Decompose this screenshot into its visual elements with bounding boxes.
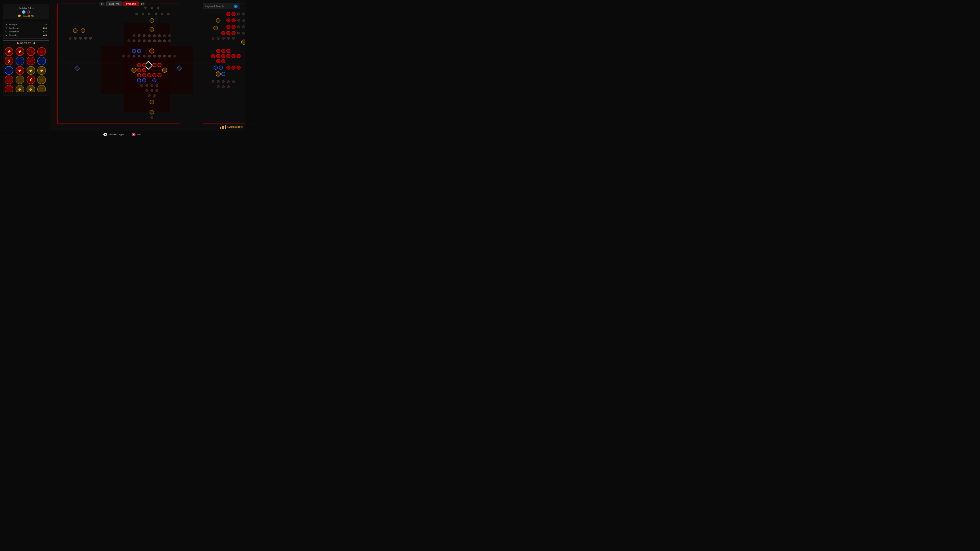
dexterity-value: 445 xyxy=(43,34,47,37)
svg-point-48 xyxy=(169,55,171,57)
svg-point-9 xyxy=(151,6,153,9)
glyph-item-15[interactable]: ᚢ xyxy=(37,76,46,84)
r2-button[interactable]: R2 xyxy=(140,2,145,6)
dexterity-label: ❧ Dexterity xyxy=(5,34,18,37)
glyph-item-10[interactable]: ⚡ xyxy=(27,66,35,75)
svg-point-118 xyxy=(222,86,224,88)
svg-point-17 xyxy=(150,18,154,22)
svg-point-99 xyxy=(221,54,225,58)
svg-point-79 xyxy=(150,110,154,114)
svg-point-78 xyxy=(150,100,154,104)
glyph-item-2[interactable]: ᚱ xyxy=(27,47,35,56)
svg-point-140 xyxy=(242,32,245,35)
svg-point-128 xyxy=(237,19,240,22)
svg-point-129 xyxy=(242,19,245,22)
svg-point-21 xyxy=(143,35,145,37)
svg-point-132 xyxy=(237,25,240,28)
svg-point-33 xyxy=(158,40,161,42)
back-btn-icon: ● xyxy=(132,133,135,136)
svg-point-13 xyxy=(148,13,150,15)
svg-point-76 xyxy=(148,94,151,97)
glyph-item-7[interactable]: ᚺ xyxy=(37,57,46,65)
stat-row-strength: ⚔ Strength 322 xyxy=(5,23,47,26)
svg-point-23 xyxy=(153,35,156,37)
svg-point-31 xyxy=(148,40,151,42)
scroll-indicator: ▼ xyxy=(3,92,49,95)
svg-point-137 xyxy=(227,32,230,35)
glyph-item-1[interactable]: ⚡ xyxy=(16,47,24,56)
svg-point-72 xyxy=(156,84,158,87)
paragon-tab[interactable]: Paragon xyxy=(123,2,138,6)
svg-point-66 xyxy=(137,79,141,82)
svg-point-120 xyxy=(216,18,220,22)
svg-point-38 xyxy=(137,49,141,53)
glyph-item-12[interactable]: ᚱ xyxy=(5,76,13,84)
top-navigation: L2 Skill Tree Paragon R2 xyxy=(100,2,145,6)
svg-point-101 xyxy=(232,54,235,58)
svg-point-26 xyxy=(169,35,171,37)
svg-point-143 xyxy=(242,40,245,44)
glyph-item-3[interactable]: ᚢ xyxy=(37,47,46,56)
glyph-item-14[interactable]: ⚡ xyxy=(27,76,35,84)
glyph-item-8[interactable]: ᚺ xyxy=(5,66,13,75)
skill-tree-tab[interactable]: Skill Tree xyxy=(106,2,122,6)
svg-point-28 xyxy=(133,40,135,42)
gold-coin-icon xyxy=(18,14,21,17)
svg-point-36 xyxy=(150,49,154,53)
svg-point-49 xyxy=(173,55,176,57)
glyph-item-11[interactable]: ⚡ xyxy=(37,66,46,75)
svg-point-80 xyxy=(151,116,153,119)
keyword-search-input[interactable] xyxy=(205,5,233,8)
svg-point-82 xyxy=(81,29,85,33)
svg-point-127 xyxy=(232,19,235,22)
svg-point-35 xyxy=(169,40,171,42)
glyph-item-13[interactable]: ᚢ xyxy=(16,76,24,84)
svg-point-47 xyxy=(163,55,166,57)
back-label: Back xyxy=(137,133,142,136)
svg-point-53 xyxy=(137,63,141,67)
points-icons xyxy=(6,11,46,14)
svg-point-83 xyxy=(69,37,72,40)
glyph-item-9[interactable]: ⚡ xyxy=(16,66,24,75)
svg-point-133 xyxy=(242,25,245,28)
svg-point-71 xyxy=(151,84,153,87)
available-points-title: Available Points xyxy=(6,7,46,10)
svg-point-102 xyxy=(237,54,240,58)
svg-point-139 xyxy=(237,32,240,35)
back-action[interactable]: ● Back xyxy=(132,133,142,136)
glyph-item-4[interactable]: ⚡ xyxy=(5,57,13,65)
svg-point-75 xyxy=(156,89,158,92)
glyph-item-17[interactable]: ⚡ xyxy=(16,85,24,92)
scroll-down-arrow: ▼ xyxy=(25,92,27,95)
glyph-item-5[interactable]: ᚺ xyxy=(16,57,24,65)
gg-bars-icon xyxy=(220,125,226,129)
svg-point-100 xyxy=(227,54,230,58)
svg-point-24 xyxy=(158,35,161,37)
svg-point-77 xyxy=(153,94,156,97)
glyph-item-0[interactable]: ⚡ xyxy=(5,47,13,56)
glyph-item-16[interactable]: ᚱ xyxy=(5,85,13,92)
svg-point-110 xyxy=(232,66,235,69)
svg-point-14 xyxy=(155,13,157,15)
svg-point-89 xyxy=(212,37,215,40)
svg-point-126 xyxy=(227,19,230,22)
available-points-panel: Available Points | 156,511,928 xyxy=(3,5,49,19)
diamond-deco-left xyxy=(17,42,19,44)
svg-point-121 xyxy=(227,12,230,16)
svg-point-108 xyxy=(221,72,225,76)
glyph-item-19[interactable]: ᚱ xyxy=(37,85,46,92)
svg-point-63 xyxy=(148,73,151,77)
glyph-item-6[interactable]: ᚢ xyxy=(27,57,35,65)
svg-point-43 xyxy=(143,55,145,57)
switch-glyphs-action[interactable]: ● Switch to Glyphs xyxy=(103,133,124,136)
intelligence-value: 665 xyxy=(43,27,47,29)
glyph-item-18[interactable]: ⚡ xyxy=(27,85,35,92)
svg-point-42 xyxy=(138,55,140,57)
willpower-icon: ☯ xyxy=(5,30,8,33)
l2-button[interactable]: L2 xyxy=(100,2,105,6)
svg-point-68 xyxy=(153,79,156,82)
svg-point-12 xyxy=(142,13,144,15)
svg-point-32 xyxy=(153,40,156,42)
willpower-value: 537 xyxy=(43,30,47,33)
paragon-board[interactable] xyxy=(50,0,245,130)
